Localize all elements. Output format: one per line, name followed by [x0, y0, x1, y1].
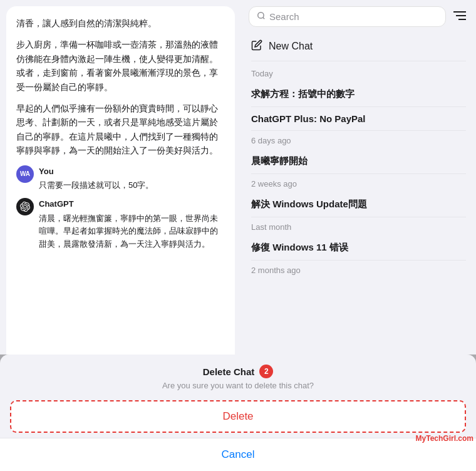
chat-paragraph-1: 清香，讓人感到自然的清潔與純粹。: [16, 16, 225, 30]
search-header: Search: [241, 0, 476, 32]
list-item[interactable]: 晨曦寧靜開始: [251, 149, 466, 174]
watermark: MyTechGirl.com: [416, 434, 473, 443]
section-lastmonth: Last month 修復 Windows 11 错误: [251, 217, 466, 261]
section-header-2months: 2 months ago: [251, 261, 466, 279]
chat-paragraph-2: 步入廚房，準備一杯咖啡或一壺清茶，那溫熱的液體仿彿能在身體內激起一陣生機，使人變…: [16, 38, 225, 94]
search-bar[interactable]: Search: [249, 6, 446, 27]
user-avatar: WA: [16, 165, 34, 183]
chatgpt-author-label: ChatGPT: [39, 198, 225, 211]
chat-title: 晨曦寧靜開始: [251, 155, 466, 167]
new-chat-label: New Chat: [269, 41, 313, 52]
section-header-today: Today: [251, 64, 466, 82]
chat-paragraph-3: 早起的人們似乎擁有一份額外的寶貴時間，可以靜心思考、計劃新的一天，或者只是單純地…: [16, 101, 225, 158]
dialog-header: Delete Chat 2 Are you sure you want to d…: [0, 355, 476, 395]
dialog-cancel-button[interactable]: Cancel: [0, 438, 476, 471]
chatgpt-message-body: 清晨，曙光輕撫窗簾，寧靜中的第一眼，世界尚未喧嘩。早起者如掌握時光的魔法師，品味…: [39, 212, 225, 250]
user-message-text: You 只需要一段描述就可以，50字。: [39, 165, 225, 192]
chatgpt-avatar: [16, 198, 34, 215]
search-icon: [257, 11, 266, 22]
list-item[interactable]: 解決 Windows Update問題: [251, 192, 466, 217]
new-chat-icon: [251, 39, 262, 53]
hamburger-icon[interactable]: [451, 8, 468, 26]
chat-title: 解決 Windows Update問題: [251, 199, 466, 210]
user-message-block: WA You 只需要一段描述就可以，50字。: [16, 165, 225, 192]
section-6days: 6 days ago 晨曦寧靜開始: [251, 131, 466, 174]
delete-dialog: Delete Chat 2 Are you sure you want to d…: [0, 355, 476, 471]
section-2months: 2 months ago: [251, 261, 466, 279]
chat-content-area: 清香，讓人感到自然的清潔與純粹。 步入廚房，準備一杯咖啡或一壺清茶，那溫熱的液體…: [6, 6, 235, 365]
chatgpt-message-block: ChatGPT 清晨，曙光輕撫窗簾，寧靜中的第一眼，世界尚未喧嘩。早起者如掌握時…: [16, 198, 225, 250]
user-author-label: You: [39, 165, 225, 179]
chat-title: ChatGPT Plus: No PayPal: [251, 113, 466, 124]
section-header-lastmonth: Last month: [251, 217, 466, 236]
dialog-title: Delete Chat 2: [10, 365, 466, 378]
right-panel: Search New Chat Today 求解方程：: [241, 0, 476, 471]
chat-title: 修復 Windows 11 错误: [251, 242, 466, 254]
new-chat-item[interactable]: New Chat: [251, 32, 466, 61]
delete-dialog-overlay: Delete Chat 2 Are you sure you want to d…: [0, 355, 476, 471]
chat-title: 求解方程：括號中的數字: [251, 88, 466, 100]
section-2weeks: 2 weeks ago 解決 Windows Update問題: [251, 174, 466, 217]
svg-line-2: [263, 18, 265, 19]
section-header-6days: 6 days ago: [251, 131, 466, 149]
list-item[interactable]: 求解方程：括號中的數字: [251, 82, 466, 107]
section-header-2weeks: 2 weeks ago: [251, 174, 466, 192]
dialog-title-text: Delete Chat: [203, 366, 255, 377]
badge-2: 2: [259, 365, 273, 378]
search-placeholder: Search: [269, 11, 299, 22]
section-today: Today 求解方程：括號中的數字 ChatGPT Plus: No PayPa…: [251, 64, 466, 131]
svg-point-1: [258, 13, 264, 18]
user-message-body: 只需要一段描述就可以，50字。: [39, 179, 225, 192]
dialog-delete-button[interactable]: Delete: [10, 400, 466, 433]
chatgpt-message-text: ChatGPT 清晨，曙光輕撫窗簾，寧靜中的第一眼，世界尚未喧嘩。早起者如掌握時…: [39, 198, 225, 250]
list-item[interactable]: ChatGPT Plus: No PayPal: [251, 107, 466, 131]
list-item[interactable]: 修復 Windows 11 错误: [251, 236, 466, 261]
dialog-subtitle: Are you sure you want to delete this cha…: [10, 381, 466, 390]
